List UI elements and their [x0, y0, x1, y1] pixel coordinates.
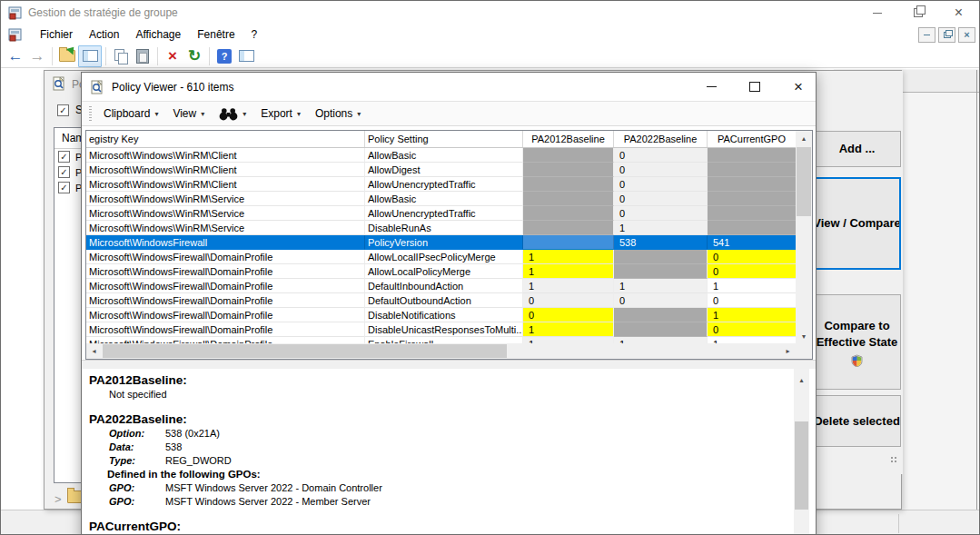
select-all-checkbox-row[interactable]: ✓ S	[57, 104, 83, 116]
clipboard-menu-button[interactable]: Clipboard ▾	[96, 104, 165, 124]
scrollbar-thumb[interactable]	[103, 344, 507, 358]
grid-cell[interactable]: AllowUnencryptedTraffic	[365, 177, 523, 192]
options-menu-button[interactable]: Options ▾	[308, 104, 368, 124]
grid-cell[interactable]: 538	[614, 235, 708, 250]
grid-row[interactable]: Microsoft\WindowsFirewall\DomainProfileD…	[86, 293, 796, 308]
minimize-button[interactable]	[856, 1, 897, 25]
grid-cell[interactable]: 1	[614, 279, 708, 293]
mdi-close-button[interactable]: ×	[958, 27, 975, 43]
paste-icon[interactable]	[132, 46, 153, 66]
toolbar-grip[interactable]	[89, 106, 92, 121]
grid-cell[interactable]: Microsoft\WindowsFirewall\DomainProfile	[86, 337, 365, 343]
grid-cell[interactable]	[523, 163, 614, 177]
pv-close-button[interactable]: ×	[788, 78, 808, 96]
delete-icon[interactable]: ×	[162, 46, 183, 66]
scroll-up-icon[interactable]: ▴	[794, 373, 809, 386]
restore-button[interactable]	[897, 1, 938, 25]
grid-cell[interactable]	[614, 250, 708, 264]
grid-row[interactable]: Microsoft\Windows\WinRM\ClientAllowBasic…	[86, 148, 796, 163]
grid-cell[interactable]	[523, 192, 614, 206]
grid-cell[interactable]: 0	[708, 293, 796, 308]
grid-cell[interactable]	[708, 177, 796, 192]
checkbox-checked-icon[interactable]: ✓	[58, 166, 70, 178]
grid-cell[interactable]: Microsoft\Windows\WinRM\Client	[86, 177, 365, 192]
grid-row[interactable]: Microsoft\WindowsFirewall\DomainProfileD…	[86, 279, 796, 293]
grid-row[interactable]: Microsoft\Windows\WinRM\ClientAllowDiges…	[86, 163, 796, 177]
menu-affichage[interactable]: Affichage	[127, 25, 189, 44]
checkbox-checked-icon[interactable]: ✓	[57, 104, 69, 116]
grid-row[interactable]: Microsoft\WindowsFirewall\DomainProfileE…	[86, 337, 796, 343]
grid-cell[interactable]	[708, 148, 796, 163]
grid-cell[interactable]: 0	[708, 250, 796, 264]
grid-cell[interactable]: Microsoft\Windows\WinRM\Client	[86, 148, 365, 163]
resize-grip[interactable]	[890, 456, 897, 463]
grid-cell[interactable]: Microsoft\WindowsFirewall\DomainProfile	[86, 279, 365, 293]
grid-cell[interactable]: 0	[614, 192, 708, 206]
menu-fenetre[interactable]: Fenêtre	[189, 25, 243, 44]
scroll-right-icon[interactable]: ▸	[780, 343, 796, 359]
menu-help[interactable]: ?	[243, 25, 266, 44]
grid-cell[interactable]	[523, 148, 614, 163]
grid-cell[interactable]: 1	[708, 279, 796, 293]
scrollbar-thumb[interactable]	[797, 147, 811, 216]
refresh-icon[interactable]: ↻	[183, 46, 205, 66]
grid-cell[interactable]: 1	[523, 279, 614, 293]
grid-cell[interactable]: DisableUnicastResponsesToMulti...	[365, 322, 523, 337]
grid-cell[interactable]: 0	[614, 148, 708, 163]
help-icon[interactable]: ?	[213, 46, 235, 66]
grid-cell[interactable]: 0	[523, 293, 614, 308]
grid-cell[interactable]: 0	[614, 206, 708, 221]
grid-cell[interactable]: AllowBasic	[365, 192, 523, 206]
grid-cell[interactable]: 0	[614, 177, 708, 192]
checkbox-checked-icon[interactable]: ✓	[58, 182, 70, 193]
scroll-left-icon[interactable]: ◂	[86, 343, 102, 359]
view-menu-button[interactable]: View ▾	[165, 104, 212, 124]
grid-cell[interactable]: 1	[614, 221, 708, 235]
grid-cell[interactable]: AllowLocalPolicyMerge	[365, 264, 523, 279]
grid-cell[interactable]	[614, 322, 708, 337]
grid-cell[interactable]: DefaultOutboundAction	[365, 293, 523, 308]
grid-cell[interactable]: Microsoft\WindowsFirewall\DomainProfile	[86, 264, 365, 279]
compare-effective-state-button[interactable]: Compare to Effective State	[813, 294, 901, 390]
grid-cell[interactable]: DisableRunAs	[365, 221, 523, 235]
grid-row[interactable]: Microsoft\WindowsFirewall\DomainProfileD…	[86, 322, 796, 337]
find-menu-button[interactable]: ▾	[212, 104, 253, 124]
grid-row[interactable]: Microsoft\Windows\WinRM\ServiceAllowBasi…	[86, 192, 796, 206]
grid-vertical-scrollbar[interactable]: ▴ ▾	[796, 131, 812, 343]
grid-cell[interactable]: AllowUnencryptedTraffic	[365, 206, 523, 221]
grid-row[interactable]: Microsoft\Windows\WinRM\ServiceAllowUnen…	[86, 206, 796, 221]
grid-cell[interactable]: 1	[708, 308, 796, 322]
export-menu-button[interactable]: Export ▾	[253, 104, 308, 124]
grid-cell[interactable]: 0	[523, 308, 614, 322]
grid-cell[interactable]: 0	[614, 163, 708, 177]
grid-cell[interactable]	[523, 235, 614, 250]
pv-minimize-button[interactable]	[701, 78, 721, 96]
mdi-minimize-button[interactable]	[918, 27, 935, 43]
grid-cell[interactable]: 541	[708, 235, 796, 250]
grid-cell[interactable]	[523, 221, 614, 235]
grid-cell[interactable]: Microsoft\WindowsFirewall\DomainProfile	[86, 308, 365, 322]
show-console-tree-icon[interactable]	[78, 45, 102, 67]
grid-cell[interactable]: DefaultInboundAction	[365, 279, 523, 293]
grid-cell[interactable]: Microsoft\WindowsFirewall	[86, 235, 365, 250]
grid-cell[interactable]: Microsoft\Windows\WinRM\Service	[86, 221, 365, 235]
mdi-restore-button[interactable]	[938, 27, 955, 43]
grid-cell[interactable]: AllowBasic	[365, 148, 523, 163]
add-button[interactable]: Add ...	[813, 131, 901, 167]
column-header-pacurrentgpo[interactable]: PACurrentGPO	[708, 131, 796, 147]
menu-fichier[interactable]: Fichier	[32, 25, 81, 44]
grid-cell[interactable]: AllowDigest	[365, 163, 523, 177]
column-header-pa2012baseline[interactable]: PA2012Baseline	[523, 131, 614, 147]
grid-cell[interactable]: 1	[523, 250, 614, 264]
grid-cell[interactable]	[708, 221, 796, 235]
column-header-pa2022baseline[interactable]: PA2022Baseline	[614, 131, 708, 147]
grid-cell[interactable]: Microsoft\WindowsFirewall\DomainProfile	[86, 322, 365, 337]
grid-horizontal-scrollbar[interactable]: ◂ ▸	[86, 343, 796, 359]
grid-cell[interactable]: 1	[523, 264, 614, 279]
grid-cell[interactable]: EnableFirewall	[365, 337, 523, 343]
column-header-registry-key[interactable]: egistry Key	[86, 131, 365, 147]
grid-cell[interactable]: PolicyVersion	[365, 235, 523, 250]
show-window-icon[interactable]	[235, 46, 257, 66]
grid-row[interactable]: Microsoft\Windows\WinRM\ClientAllowUnenc…	[86, 177, 796, 192]
grid-cell[interactable]: 0	[708, 264, 796, 279]
